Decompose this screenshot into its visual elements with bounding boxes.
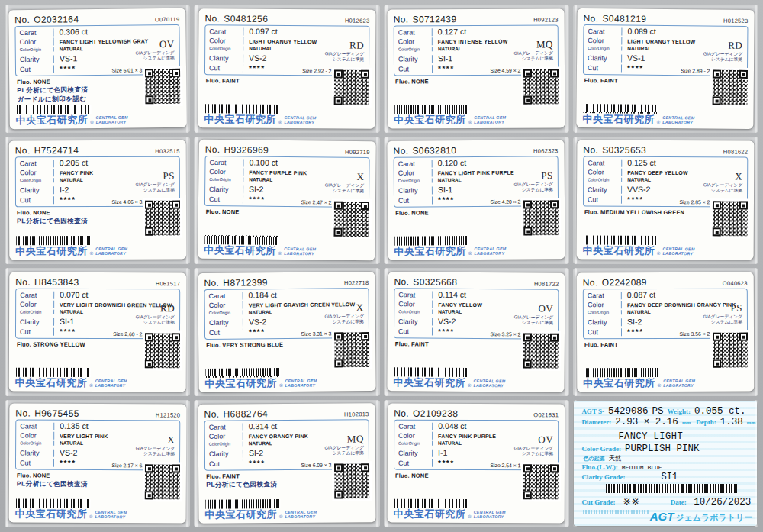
- certificate-number-value: H9326969: [224, 144, 269, 156]
- registered-mark-icon: ®: [279, 383, 282, 388]
- certificate-number-value: S0325668: [413, 276, 457, 287]
- agt-logo-japanese: ジェムラボラトリー: [675, 512, 752, 524]
- color-origin-label: ColorOrigin: [584, 310, 622, 314]
- gia-system-line2: システムに準拠: [135, 56, 174, 61]
- carat-label: Carat: [16, 423, 54, 430]
- color-label: Color: [15, 37, 53, 46]
- card-footer: 中央宝石研究所 ® CENTRAL GEMLABORATORY: [583, 236, 748, 256]
- cut-label: Cut: [394, 459, 433, 467]
- shape-gia-badge: RD GIAグレーディング システムに準拠: [325, 39, 365, 62]
- color-origin-label: ColorOrigin: [15, 47, 53, 52]
- qr-finder-icon: [713, 332, 721, 340]
- carat-value: 0.184 ct: [243, 290, 276, 299]
- shape-code: OV: [514, 302, 554, 314]
- carat-label: Carat: [15, 28, 53, 37]
- control-code: H062323: [533, 147, 559, 154]
- color-origin-value: NATURAL: [53, 46, 82, 51]
- shape-code: MQ: [514, 38, 553, 50]
- lab-logo: 中央宝石研究所 ® CENTRAL GEMLABORATORY: [394, 114, 559, 124]
- clarity-label: Clarity: [205, 54, 243, 62]
- cut-value: ****: [243, 327, 266, 336]
- qr-finder-icon: [550, 333, 559, 341]
- registered-mark-icon: ®: [89, 251, 92, 256]
- card-slot: No.S0632810 H062323 Carat 0.120 ct Color…: [384, 137, 569, 265]
- clarity-label: Clarity: [205, 318, 243, 326]
- certificate-number-value: H6882764: [223, 408, 268, 419]
- no-label: No.: [394, 14, 409, 24]
- clarity-value: VS-1: [53, 53, 76, 63]
- lab-logo: 中央宝石研究所 ® CENTRAL GEMLABORATORY: [583, 246, 748, 256]
- color-label: Color: [16, 300, 54, 308]
- color-label: Color: [205, 37, 243, 44]
- no-label: No.: [204, 278, 219, 289]
- clarity-value: SI-1: [433, 185, 452, 194]
- gem-certificate-card: No.H7524714 H032515 Carat 0.205 ct Color…: [8, 140, 186, 260]
- qr-finder-icon: [334, 332, 343, 340]
- agt-prefix-label: AGT S-: [581, 408, 604, 415]
- carat-value: 0.205 ct: [53, 158, 87, 167]
- clarity-label: Clarity: [16, 186, 54, 194]
- carat-value: 0.048 ct: [433, 421, 466, 430]
- clarity-label: Clarity: [394, 55, 433, 63]
- agt-weight-value: 0.055 ct.: [694, 406, 746, 417]
- spec-table: Carat 0.127 ct Color FANCY INTENSE YELLO…: [394, 24, 559, 76]
- qr-finder-icon: [145, 227, 153, 236]
- no-label: No.: [584, 145, 599, 156]
- shape-gia-badge: OV GIAグレーディング システムに準拠: [135, 38, 175, 61]
- card-footer: 中央宝石研究所 ® CENTRAL GEMLABORATORY: [204, 367, 369, 389]
- shape-code: MQ: [324, 434, 364, 446]
- control-code: H081622: [723, 149, 749, 156]
- gia-system-line2: システムに準拠: [135, 451, 174, 456]
- card-header: No.H9326969 H092719: [204, 144, 369, 156]
- card-footer: 中央宝石研究所 ® CENTRAL GEMLABORATORY: [204, 498, 369, 520]
- certificate-number: No.H9326969: [204, 144, 269, 156]
- certificate-number: No.S0481256: [204, 13, 268, 24]
- gia-system-line2: システムに準拠: [514, 56, 553, 61]
- color-label: Color: [205, 168, 243, 176]
- spec-table: Carat 0.114 ct Color FANCY YELLOW ColorO…: [394, 288, 559, 340]
- lab-name-english: CENTRAL GEMLABORATORY: [95, 114, 127, 124]
- card-slot: No.H8712399 H022718 Carat 0.184 ct Color…: [194, 268, 379, 396]
- certificate-number-value: O2109238: [413, 408, 458, 419]
- lab-name-japanese: 中央宝石研究所: [583, 114, 655, 124]
- carat-row: Carat 0.127 ct: [394, 26, 558, 37]
- gem-certificate-card: No.S0632810 H062323 Carat 0.120 ct Color…: [388, 140, 565, 260]
- carat-value: 0.070 ct: [54, 290, 88, 299]
- carat-row: Carat 0.097 ct: [205, 26, 369, 37]
- card-footer: 中央宝石研究所 ® CENTRAL GEMLABORATORY: [204, 104, 369, 125]
- carat-value: 0.125 ct: [623, 158, 656, 167]
- gem-certificate-card: No.S0481219 H012523 Carat 0.089 ct Color…: [577, 8, 755, 129]
- certificate-number-value: H8712399: [223, 277, 268, 289]
- cut-value: ****: [243, 63, 266, 72]
- barcode: [16, 236, 91, 245]
- cut-value: ****: [54, 64, 76, 73]
- control-code: H022718: [344, 279, 369, 286]
- carat-row: Carat 0.089 ct: [584, 26, 748, 38]
- cut-label: Cut: [205, 460, 243, 468]
- lab-name-english: CENTRAL GEMLABORATORY: [284, 115, 316, 124]
- agt-cut-label: Cut Grade:: [581, 498, 615, 506]
- color-origin-label: ColorOrigin: [205, 46, 243, 50]
- lab-logo: 中央宝石研究所 ® CENTRAL GEMLABORATORY: [14, 509, 179, 520]
- cut-label: Cut: [394, 65, 433, 73]
- qr-finder-icon: [334, 359, 343, 367]
- lab-name-english: CENTRAL GEMLABORATORY: [285, 510, 317, 519]
- barcode: [205, 368, 280, 378]
- qr-finder-icon: [172, 69, 180, 77]
- barcode: [584, 368, 659, 377]
- cut-label: Cut: [205, 328, 243, 336]
- carat-value: 0.087 ct: [622, 290, 655, 299]
- carat-value: 0.114 ct: [433, 289, 466, 298]
- control-code: H081722: [534, 280, 559, 287]
- qr-finder-icon: [523, 95, 532, 104]
- lab-name-english: CENTRAL GEMLABORATORY: [664, 378, 696, 387]
- clarity-label: Clarity: [205, 450, 243, 458]
- lab-name-japanese: 中央宝石研究所: [204, 245, 276, 256]
- gia-system-line1: GIAグレーディング: [514, 50, 553, 56]
- lab-name-english: CENTRAL GEMLABORATORY: [474, 247, 506, 256]
- lab-name-english-line1: CENTRAL GEM: [474, 114, 506, 119]
- cut-value: ****: [622, 327, 644, 336]
- color-origin-value: NATURAL: [433, 46, 462, 51]
- card-header: No.S0325668 H081722: [394, 276, 559, 289]
- qr-finder-icon: [172, 333, 180, 341]
